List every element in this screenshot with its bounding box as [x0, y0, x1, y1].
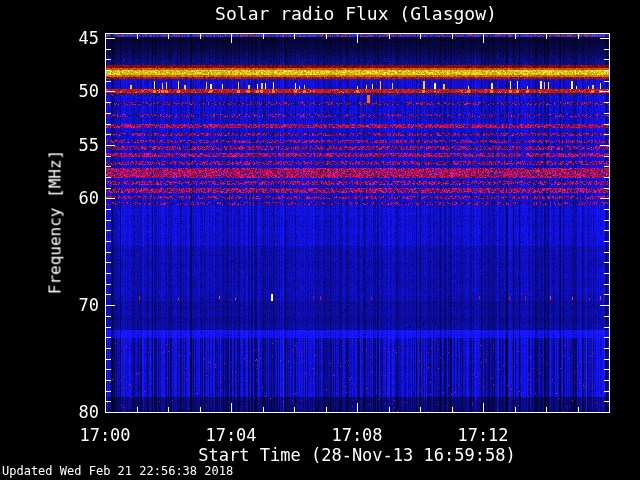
updated-timestamp: Updated Wed Feb 21 22:56:38 2018	[2, 464, 233, 478]
y-tick-label: 55	[0, 136, 99, 154]
y-tick-label: 50	[0, 82, 99, 100]
y-tick-label: 70	[0, 296, 99, 314]
x-tick-label: 17:12	[457, 425, 508, 445]
x-axis-label: Start Time (28-Nov-13 16:59:58)	[198, 445, 515, 465]
spectrogram-page: Solar radio Flux (Glasgow) Frequency [MH…	[0, 0, 640, 480]
y-tick-label: 45	[0, 29, 99, 47]
x-tick-label: 17:04	[205, 425, 256, 445]
x-tick-label: 17:00	[79, 425, 130, 445]
y-axis-label: Frequency [MHz]	[46, 150, 65, 295]
chart-title: Solar radio Flux (Glasgow)	[215, 3, 497, 24]
y-tick-label: 60	[0, 189, 99, 207]
x-tick-label: 17:08	[331, 425, 382, 445]
y-tick-label: 80	[0, 403, 99, 421]
